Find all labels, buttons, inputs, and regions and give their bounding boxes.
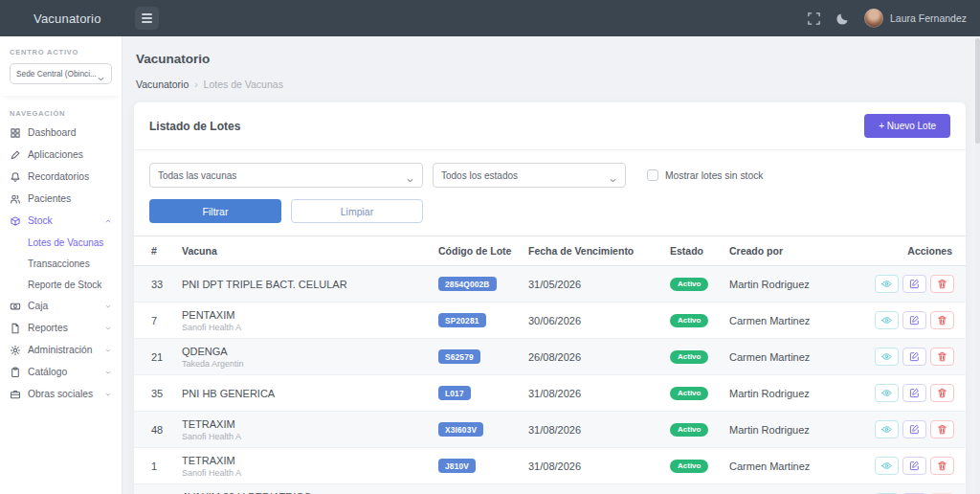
edit-button[interactable]: [902, 420, 926, 438]
app-brand[interactable]: Vacunatorio: [33, 11, 101, 26]
vaccine-name: PNI DPT TRIPLE BACT. CELULAR: [182, 279, 423, 290]
active-center-label: CENTRO ACTIVO: [10, 48, 112, 56]
view-button[interactable]: [875, 348, 899, 366]
sidebar-item-recordatorios[interactable]: Recordatorios: [0, 166, 122, 188]
col-vaccine: Vacuna: [174, 236, 431, 266]
card-header: Listado de Lotes + Nuevo Lote: [134, 102, 966, 150]
status-filter-select[interactable]: Todos los estados: [433, 163, 626, 188]
vaccine-maker: Sanofi Health A: [182, 432, 423, 441]
new-lot-button[interactable]: + Nuevo Lote: [864, 114, 950, 138]
table-body: 33PNI DPT TRIPLE BACT. CELULAR2854Q002B3…: [134, 266, 966, 494]
fullscreen-icon[interactable]: [807, 11, 821, 26]
view-button[interactable]: [875, 457, 899, 475]
actions-cell: [861, 412, 966, 448]
chevron-down-icon: [97, 70, 105, 79]
sidebar-item-dashboard[interactable]: Dashboard: [0, 122, 122, 144]
gear-icon: [10, 345, 21, 356]
sidebar-item-administracion[interactable]: Administración: [0, 339, 122, 361]
active-center-value: Sede Central (Obinci...: [16, 69, 97, 79]
topbar-right: Laura Fernandez: [807, 9, 980, 28]
brand-box: Vacunatorio: [0, 10, 122, 27]
show-no-stock-toggle[interactable]: Mostrar lotes sin stock: [647, 169, 763, 181]
edit-button[interactable]: [902, 275, 926, 293]
scrollbar-thumb[interactable]: [975, 38, 980, 144]
sidebar-item-stock[interactable]: Stock: [0, 210, 122, 232]
view-button[interactable]: [875, 420, 899, 438]
file-icon: [10, 323, 21, 334]
status-cell: Activo: [662, 484, 722, 494]
actions-cell: [861, 484, 966, 494]
lot-code-badge: J810V: [438, 459, 476, 473]
vaccine-cell: PNI HB GENERICA: [174, 375, 431, 412]
sidebar-item-reporte-de-stock[interactable]: Reporte de Stock: [0, 274, 122, 295]
vertical-scrollbar[interactable]: [975, 36, 980, 494]
lot-code-badge: 2854Q002B: [438, 277, 497, 291]
edit-button[interactable]: [902, 384, 926, 402]
delete-button[interactable]: [930, 384, 954, 402]
delete-button[interactable]: [930, 348, 954, 366]
sidebar-item-label: Reporte de Stock: [28, 280, 101, 290]
sidebar-item-label: Lotes de Vacunas: [28, 237, 103, 248]
col-expiry: Fecha de Vencimiento: [521, 236, 662, 266]
sidebar-item-caja[interactable]: Caja: [0, 295, 122, 317]
cash-icon: [10, 301, 21, 312]
users-icon: [10, 193, 21, 205]
sidebar-item-transacciones[interactable]: Transacciones: [0, 253, 122, 274]
lot-number-cell: 35: [134, 375, 174, 412]
sidebar-item-obras-sociales[interactable]: Obras sociales: [0, 383, 122, 405]
lot-code-badge: S62579: [438, 349, 480, 364]
col-actions: Acciones: [861, 236, 966, 266]
sidebar-item-aplicaciones[interactable]: Aplicaciones: [0, 144, 122, 166]
card-title: Listado de Lotes: [149, 120, 240, 133]
lot-code-cell: SP20281: [431, 303, 521, 339]
actions-cell: [861, 448, 966, 484]
status-cell: Activo: [662, 412, 722, 448]
active-center-select[interactable]: Sede Central (Obinci...: [10, 63, 112, 84]
status-badge: Activo: [670, 387, 708, 400]
edit-button[interactable]: [902, 348, 926, 366]
actions-cell: [861, 375, 966, 412]
sidebar-item-catalogo[interactable]: Catálogo: [0, 361, 122, 383]
checkbox[interactable]: [647, 169, 658, 181]
edit-button[interactable]: [902, 457, 926, 475]
expiry-cell: 26/08/2026: [521, 339, 662, 375]
creator-cell: Carmen Martinez: [722, 339, 861, 375]
sidebar-item-lotes-de-vacunas[interactable]: Lotes de Vacunas: [0, 232, 122, 253]
filter-button[interactable]: Filtrar: [149, 199, 281, 223]
sidebar-item-label: Dashboard: [28, 127, 76, 138]
breadcrumb: Vacunatorio › Lotes de Vacunas: [136, 79, 966, 90]
col-number: #: [134, 236, 174, 266]
sidebar-item-label: Aplicaciones: [28, 149, 83, 160]
breadcrumb-home[interactable]: Vacunatorio: [136, 79, 189, 90]
view-button[interactable]: [875, 311, 899, 329]
actions-cell: [861, 303, 966, 339]
user-menu[interactable]: Laura Fernandez: [864, 9, 967, 28]
delete-button[interactable]: [930, 420, 954, 438]
lot-code-cell: X311722V: [431, 484, 521, 494]
edit-button[interactable]: [902, 311, 926, 329]
user-name: Laura Fernandez: [890, 12, 967, 24]
clipboard-icon: [10, 367, 21, 378]
vaccine-cell: TETRAXIMSanofi Health A: [174, 412, 431, 448]
chevron-down-icon: [609, 171, 617, 180]
hamburger-menu-button[interactable]: [135, 7, 159, 30]
view-button[interactable]: [875, 275, 899, 293]
view-button[interactable]: [875, 384, 899, 402]
pen-icon: [10, 149, 21, 161]
vaccine-filter-select[interactable]: Todas las vacunas: [149, 163, 423, 188]
delete-button[interactable]: [930, 457, 954, 475]
table-row: 33PNI DPT TRIPLE BACT. CELULAR2854Q002B3…: [134, 266, 966, 303]
delete-button[interactable]: [930, 311, 954, 329]
delete-button[interactable]: [930, 275, 954, 293]
sidebar-item-reportes[interactable]: Reportes: [0, 317, 122, 339]
sidebar-item-pacientes[interactable]: Pacientes: [0, 188, 122, 210]
vaccine-cell: QDENGATakeda Argentin: [174, 339, 431, 375]
moon-icon[interactable]: [835, 11, 850, 26]
avatar: [864, 9, 883, 28]
box-icon: [10, 215, 21, 227]
lot-number-cell: 21: [134, 339, 174, 375]
filters-section: Todas las vacunas Todos los estados M: [134, 150, 966, 223]
creator-cell: Martin Rodriguez: [722, 266, 861, 303]
clear-button[interactable]: Limpiar: [291, 199, 423, 223]
sidebar: CENTRO ACTIVO Sede Central (Obinci... NA…: [0, 36, 122, 494]
